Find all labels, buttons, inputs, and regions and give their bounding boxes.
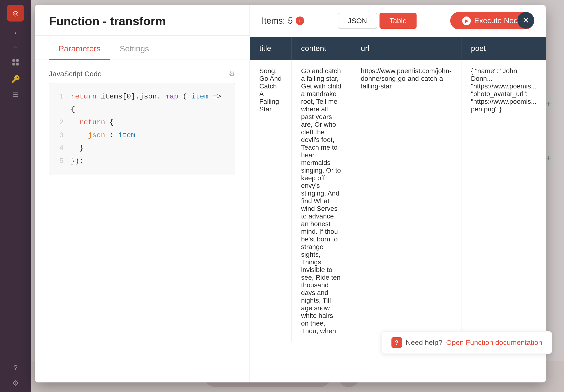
code-editor[interactable]: 1 return items[0].json. map ( item => { … xyxy=(49,83,235,175)
svg-rect-3 xyxy=(16,63,19,66)
code-line-3: 3 json : item xyxy=(56,129,228,142)
table-container[interactable]: title content url poet Song: Go And Catc… xyxy=(250,37,546,382)
table-header-row: title content url poet xyxy=(250,37,546,60)
function-modal: Function - transform Parameters Settings… xyxy=(35,5,546,382)
help-icon: ? xyxy=(391,337,402,348)
svg-rect-0 xyxy=(13,59,15,62)
code-line-5: 5 }); xyxy=(56,155,228,168)
table-row: Song: Go And Catch A Falling Star Go and… xyxy=(250,60,546,342)
data-table: title content url poet Song: Go And Catc… xyxy=(250,37,546,342)
code-line-4: 4 } xyxy=(56,142,228,155)
cell-content: Go and catch a falling star, Get with ch… xyxy=(291,60,351,342)
col-header-poet: poet xyxy=(461,37,546,60)
left-sidebar: ◎ › ⌂ 🔑 ☰ ? ⚙ xyxy=(0,0,31,392)
modal-header: Function - transform xyxy=(35,5,249,36)
items-label: Items: 5 i xyxy=(262,16,304,26)
cell-url: https://www.poemist.com/john-donne/song-… xyxy=(351,60,461,342)
cell-poet: { "name": "John Donn... "https://www.poe… xyxy=(461,60,546,342)
logo-icon: ◎ xyxy=(13,9,18,17)
sidebar-item-help[interactable]: ? xyxy=(14,364,18,372)
code-label: JavaScript Code ⚙ xyxy=(49,70,235,78)
svg-rect-1 xyxy=(16,59,19,62)
tab-parameters[interactable]: Parameters xyxy=(49,38,110,60)
view-toggle: JSON Table xyxy=(338,13,417,29)
play-icon xyxy=(462,16,471,25)
nodes-icon xyxy=(12,59,19,66)
code-settings-icon[interactable]: ⚙ xyxy=(229,70,235,78)
tabs-container: Parameters Settings xyxy=(35,38,249,60)
tab-settings[interactable]: Settings xyxy=(110,38,159,60)
sidebar-item-list[interactable]: ☰ xyxy=(13,90,19,99)
left-panel: Function - transform Parameters Settings… xyxy=(35,5,250,382)
code-line-2: 2 return { xyxy=(56,116,228,129)
table-toggle-btn[interactable]: Table xyxy=(380,13,417,29)
col-header-content: content xyxy=(291,37,351,60)
col-header-title: title xyxy=(250,37,291,60)
svg-rect-2 xyxy=(13,63,15,66)
sidebar-item-nodes[interactable] xyxy=(12,59,19,68)
col-header-url: url xyxy=(351,37,461,60)
code-section: JavaScript Code ⚙ 1 return items[0].json… xyxy=(35,60,249,382)
sidebar-item-keys[interactable]: 🔑 xyxy=(11,75,20,83)
right-header: Items: 5 i JSON Table Execute Node xyxy=(250,5,546,37)
app-logo[interactable]: ◎ xyxy=(7,5,24,22)
close-button[interactable]: ✕ xyxy=(517,12,534,29)
sidebar-expand-arrow[interactable]: › xyxy=(14,29,16,36)
sidebar-item-settings[interactable]: ⚙ xyxy=(13,379,19,387)
help-tooltip: ? Need help? Open Function documentation xyxy=(382,331,552,354)
info-badge: i xyxy=(296,16,304,25)
right-panel: ✕ Items: 5 i JSON Table Execute Node xyxy=(250,5,546,382)
json-toggle-btn[interactable]: JSON xyxy=(338,13,377,29)
code-line-1: 1 return items[0].json. map ( item => { xyxy=(56,90,228,116)
close-icon: ✕ xyxy=(522,15,529,25)
help-link[interactable]: Open Function documentation xyxy=(446,338,542,347)
arrow-icon: › xyxy=(14,29,16,36)
cell-title: Song: Go And Catch A Falling Star xyxy=(250,60,291,342)
modal-title: Function - transform xyxy=(49,14,235,28)
sidebar-item-home[interactable]: ⌂ xyxy=(14,43,18,52)
